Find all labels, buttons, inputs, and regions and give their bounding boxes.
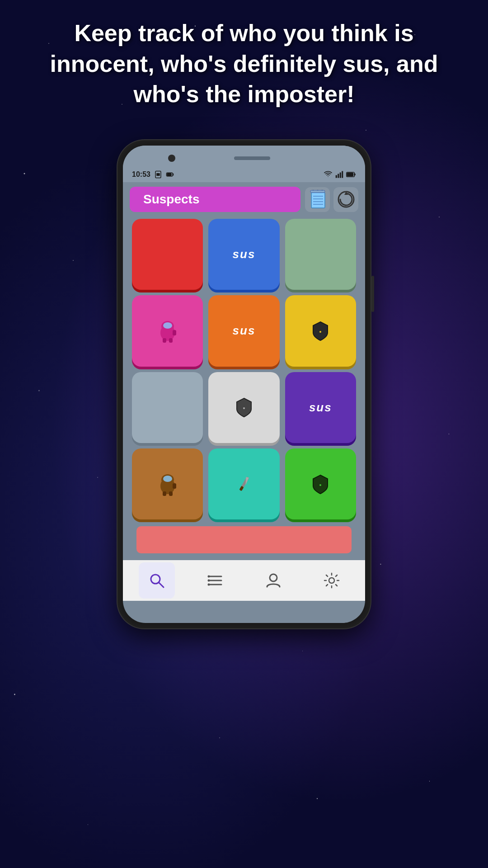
character-brown [156, 472, 179, 496]
svg-point-51 [329, 578, 334, 583]
signal-icon [335, 170, 343, 179]
svg-point-49 [207, 584, 210, 586]
header-text: Keep track of who you think is innocent,… [0, 18, 488, 110]
svg-point-31 [243, 407, 245, 409]
app-content: Suspects [123, 182, 365, 560]
cell-pink-char[interactable] [132, 295, 203, 366]
suspects-title: Suspects [130, 187, 300, 212]
svg-rect-7 [342, 171, 343, 178]
nav-settings-button[interactable] [314, 562, 350, 599]
svg-point-47 [207, 576, 210, 578]
nav-search-button[interactable] [139, 562, 175, 599]
svg-point-24 [163, 322, 172, 329]
cell-blue-sus[interactable]: sus [208, 219, 279, 290]
notepad-button[interactable] [305, 187, 330, 212]
cell-purple-sus[interactable]: sus [285, 372, 356, 443]
cell-green-light[interactable] [285, 219, 356, 290]
nav-list-button[interactable] [197, 562, 233, 599]
svg-rect-36 [163, 491, 166, 496]
status-bar: 10:53 [123, 170, 365, 182]
person-icon [265, 572, 282, 589]
cell-yellow-shield[interactable] [285, 295, 356, 366]
svg-rect-27 [169, 338, 173, 343]
sim-icon [154, 170, 162, 179]
settings-icon [324, 572, 340, 589]
sus-label-2: sus [233, 324, 256, 338]
svg-point-41 [319, 484, 321, 486]
svg-rect-5 [338, 174, 339, 178]
speaker-grille [234, 156, 270, 160]
status-icons [324, 170, 356, 179]
phone-mockup: 10:53 Suspec [117, 140, 371, 628]
bottom-red-bar [136, 526, 352, 553]
refresh-icon [338, 191, 355, 208]
svg-point-48 [207, 580, 210, 582]
sus-label-1: sus [233, 247, 256, 261]
suspects-grid: sus [130, 219, 358, 519]
battery-icon [166, 170, 174, 179]
svg-point-29 [319, 331, 321, 333]
notepad-icon [309, 190, 326, 209]
phone-inner: 10:53 Suspec [123, 146, 365, 623]
toolbar: Suspects [130, 187, 358, 212]
refresh-button[interactable] [333, 187, 358, 212]
character-pink [156, 318, 179, 343]
cell-teal-knife[interactable] [208, 448, 279, 519]
wifi-icon [324, 170, 333, 179]
cell-gray[interactable] [132, 372, 203, 443]
svg-rect-35 [173, 483, 176, 489]
cell-green-shield[interactable] [285, 448, 356, 519]
svg-rect-9 [347, 173, 353, 176]
nav-person-button[interactable] [255, 562, 291, 599]
shield-green [310, 473, 331, 495]
time-display: 10:53 [132, 170, 150, 179]
list-icon [207, 572, 223, 589]
svg-line-43 [159, 582, 164, 587]
cell-red[interactable] [132, 219, 203, 290]
svg-rect-10 [311, 193, 325, 208]
camera [168, 155, 175, 162]
svg-rect-37 [169, 491, 173, 496]
svg-rect-3 [167, 174, 171, 176]
phone-notch [123, 146, 365, 170]
knife-icon [234, 474, 254, 494]
phone-outer: 10:53 Suspec [117, 140, 371, 628]
status-left: 10:53 [132, 170, 174, 179]
svg-point-50 [270, 574, 277, 581]
toolbar-icons [305, 187, 358, 212]
cell-brown-char[interactable] [132, 448, 203, 519]
sus-label-3: sus [309, 401, 332, 415]
svg-point-34 [163, 476, 172, 482]
svg-rect-1 [156, 173, 160, 176]
cell-white-shield[interactable] [208, 372, 279, 443]
shield-white [233, 396, 255, 418]
nav-bar [123, 560, 365, 601]
svg-rect-26 [163, 338, 166, 343]
search-icon [149, 572, 165, 589]
svg-rect-6 [340, 173, 341, 178]
svg-rect-25 [173, 330, 176, 335]
shield-yellow [310, 320, 331, 342]
svg-rect-4 [336, 175, 337, 178]
svg-rect-19 [310, 190, 325, 193]
cell-orange-sus[interactable]: sus [208, 295, 279, 366]
battery-status-icon [346, 171, 356, 178]
